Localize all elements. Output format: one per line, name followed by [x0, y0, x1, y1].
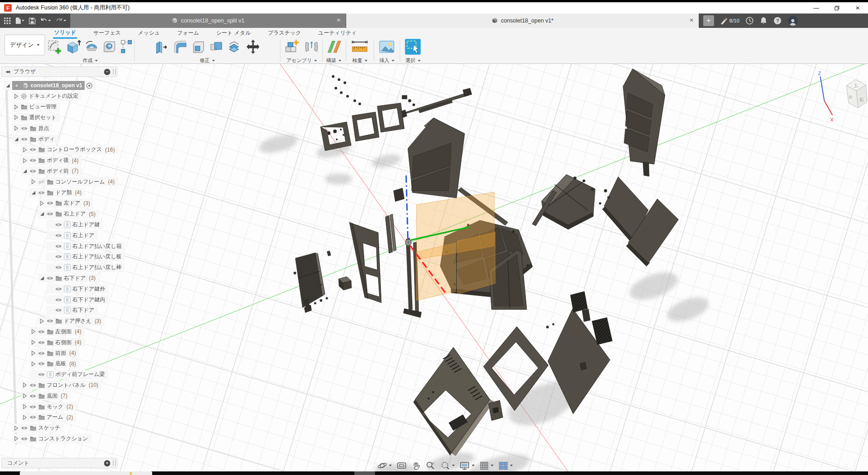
group-construct-label[interactable]: 構築	[326, 57, 341, 64]
visibility-eye-icon[interactable]	[13, 83, 20, 88]
tree-row-モック[interactable]: モック(2)	[21, 402, 77, 411]
visibility-eye-icon[interactable]	[55, 244, 62, 249]
tree-row-右下ドア鍵外[interactable]: 右下ドア鍵外	[46, 284, 108, 293]
exploded-part-back-panel[interactable]	[623, 69, 665, 176]
measure-icon[interactable]	[350, 38, 369, 55]
tree-row-左ドア[interactable]: 左ドア(3)	[38, 199, 93, 208]
exploded-part-upper-door[interactable]	[393, 118, 465, 202]
tab-close-icon[interactable]: ✕	[689, 17, 694, 23]
tree-row-右上ドア[interactable]: 右上ドア	[46, 231, 98, 240]
insert-image-icon[interactable]	[378, 38, 395, 55]
combine-icon[interactable]	[209, 39, 224, 54]
panel-grip[interactable]	[113, 69, 116, 75]
visibility-eye-icon[interactable]	[38, 190, 45, 195]
save-button[interactable]	[27, 16, 37, 26]
viewports-button[interactable]	[498, 461, 513, 471]
ribbon-tab-4[interactable]: フォーム	[176, 28, 200, 38]
restore-button[interactable]	[827, 2, 847, 13]
add-comment-icon[interactable]: +	[104, 460, 110, 466]
visibility-eye-icon[interactable]	[55, 308, 62, 313]
visibility-eye-icon[interactable]	[46, 201, 54, 206]
file-menu-button[interactable]	[14, 16, 26, 26]
tree-row-右上ドア[interactable]: 右上ドア(5)	[38, 210, 99, 219]
tree-collapse-arrow-icon[interactable]	[30, 190, 36, 195]
tree-expand-arrow-icon[interactable]	[22, 147, 28, 152]
tree-expand-arrow-icon[interactable]	[30, 340, 36, 345]
tree-row-右上ドア払い戻し箱[interactable]: 右上ドア払い戻し箱	[46, 242, 125, 251]
group-select-label[interactable]: 選択	[406, 57, 420, 64]
tree-row-右上ドア鍵[interactable]: 右上ドア鍵	[46, 220, 103, 229]
offset-face-icon[interactable]	[227, 39, 242, 54]
undo-button[interactable]	[39, 16, 52, 26]
ribbon-tab-7[interactable]: ユーティリティ	[317, 28, 358, 38]
viewports-caret[interactable]	[510, 465, 513, 466]
tree-row-コンストラクション[interactable]: コンストラクション	[12, 434, 91, 443]
visibility-eye-icon[interactable]	[29, 394, 36, 399]
press-pull-icon[interactable]	[153, 39, 169, 55]
timeline-strip[interactable]	[0, 471, 868, 475]
orbit-button[interactable]	[377, 461, 392, 471]
new-tab-button[interactable]: +	[703, 15, 714, 26]
new-component-icon[interactable]	[284, 38, 301, 55]
tree-row-選択セット[interactable]: 選択セット	[12, 113, 60, 122]
tree-expand-arrow-icon[interactable]	[22, 393, 28, 399]
visibility-eye-icon[interactable]	[38, 351, 45, 356]
tree-expand-arrow-icon[interactable]	[30, 350, 36, 356]
exploded-part-front-bezel[interactable]	[413, 347, 493, 456]
tree-collapse-arrow-icon[interactable]	[22, 169, 28, 174]
visibility-eye-icon[interactable]	[55, 222, 62, 227]
tree-expand-arrow-icon[interactable]	[13, 104, 19, 110]
move-icon[interactable]	[245, 39, 261, 55]
exploded-part-left-door[interactable]	[295, 253, 325, 313]
tree-expand-arrow-icon[interactable]	[22, 382, 28, 388]
visibility-eye-icon[interactable]	[29, 147, 36, 152]
tree-expand-arrow-icon[interactable]	[22, 415, 28, 420]
ribbon-tab-1[interactable]: ソリッド	[53, 27, 77, 39]
ribbon-tab-3[interactable]: メッシュ	[137, 28, 161, 38]
collapse-panel-icon[interactable]: ◀◀	[5, 70, 9, 74]
close-button[interactable]: ✕	[847, 2, 868, 13]
exploded-part-small-screws-top[interactable]	[332, 75, 361, 105]
visibility-eye-icon[interactable]	[21, 426, 28, 430]
tree-row-ドア押さえ[interactable]: ドア押さえ(3)	[38, 317, 104, 326]
exploded-part-plate-with-holes[interactable]	[321, 122, 351, 151]
extrude-icon[interactable]	[65, 38, 82, 55]
grid-settings-caret[interactable]	[491, 465, 493, 466]
tree-row-コントローラボックス[interactable]: コントローラボックス(16)	[21, 145, 118, 154]
tree-row-右下ドア鍵内[interactable]: 右下ドア鍵内	[46, 295, 108, 304]
tree-expand-arrow-icon[interactable]	[13, 94, 19, 99]
tree-collapse-arrow-icon[interactable]	[13, 137, 19, 142]
visibility-eye-icon[interactable]	[21, 137, 28, 142]
group-modify-label[interactable]: 修正	[200, 57, 215, 64]
visibility-eye-icon[interactable]	[29, 404, 36, 409]
tree-row-アーム[interactable]: アーム(2)	[21, 413, 76, 422]
tree-row-原点[interactable]: 原点	[12, 124, 52, 133]
display-settings-button[interactable]	[460, 461, 475, 471]
fit-button[interactable]	[440, 461, 455, 471]
tree-expand-arrow-icon[interactable]	[22, 404, 28, 409]
tree-expand-arrow-icon[interactable]	[22, 158, 28, 163]
visibility-eye-off-icon[interactable]	[38, 179, 45, 184]
tree-row-consolet18_open v1[interactable]: consolet18_open v1	[4, 81, 96, 90]
visibility-eye-icon[interactable]	[38, 329, 45, 334]
visibility-eye-icon[interactable]	[21, 126, 28, 131]
visibility-eye-icon[interactable]	[55, 265, 62, 270]
look-at-button[interactable]	[397, 461, 407, 470]
tree-expand-arrow-icon[interactable]	[39, 318, 45, 324]
visibility-eye-icon[interactable]	[55, 297, 62, 302]
tree-row-右側面[interactable]: 右側面(4)	[29, 338, 85, 347]
pattern-icon[interactable]	[120, 39, 133, 54]
tree-expand-arrow-icon[interactable]	[13, 125, 19, 131]
select-icon[interactable]	[404, 38, 421, 55]
tree-row-スケッチ[interactable]: スケッチ	[12, 424, 63, 433]
undo-caret[interactable]	[48, 20, 51, 22]
tree-row-フロントパネル[interactable]: フロントパネル(10)	[21, 381, 101, 390]
exploded-part-window-frame[interactable]	[349, 222, 381, 303]
tree-row-ボディ前[interactable]: ボディ前(7)	[21, 166, 82, 175]
visibility-eye-icon[interactable]	[29, 383, 36, 388]
visibility-eye-icon[interactable]	[38, 340, 45, 345]
tree-row-ドア類[interactable]: ドア類(4)	[29, 188, 85, 197]
group-create-label[interactable]: 作成	[83, 57, 98, 64]
document-tab-active[interactable]: consolet18_open v1* ✕	[346, 13, 699, 28]
tree-row-右下ドア[interactable]: 右下ドア(3)	[38, 273, 99, 282]
